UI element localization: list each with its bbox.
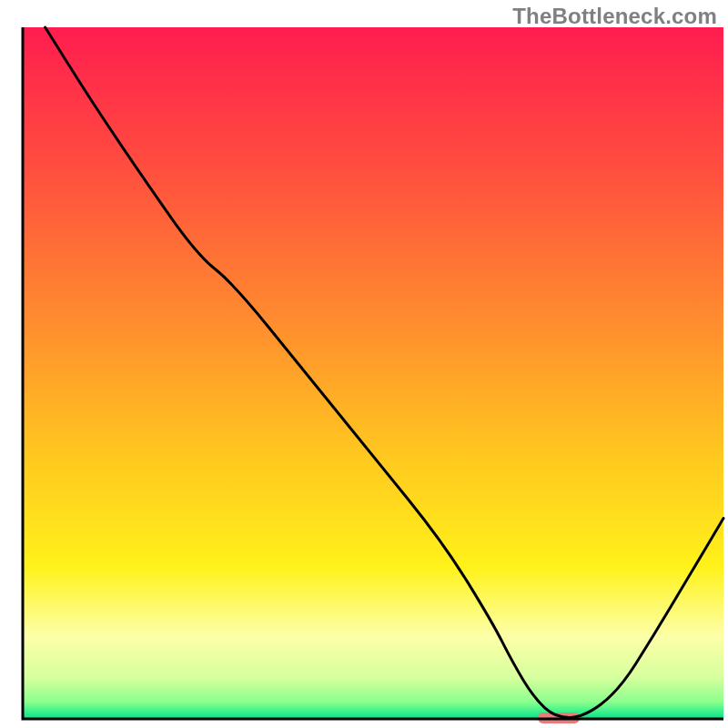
gradient-background bbox=[23, 27, 723, 719]
watermark-text: TheBottleneck.com bbox=[512, 4, 717, 29]
bottleneck-chart bbox=[0, 0, 728, 728]
